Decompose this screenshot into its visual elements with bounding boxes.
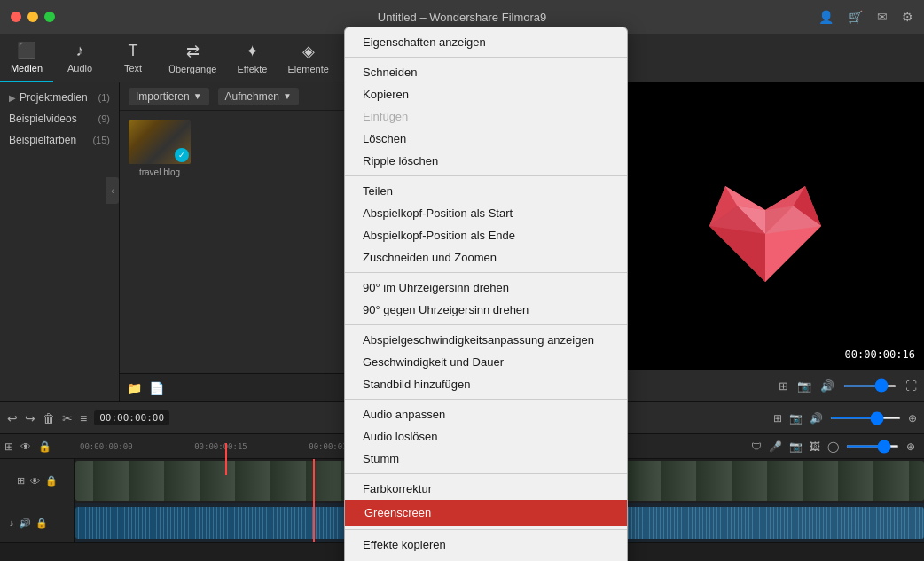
eye-icon[interactable]: 👁 <box>20 440 31 453</box>
toolbar-item-elemente[interactable]: ◈ Elemente <box>278 34 337 82</box>
elemente-icon: ◈ <box>302 42 315 61</box>
media-item-travelblog[interactable]: ✓ travel blog <box>129 120 191 177</box>
playhead-line <box>225 443 227 475</box>
sidebar-label-beispielvideos: Beispielvideos <box>9 113 77 125</box>
toolbar-label-audio: Audio <box>67 63 92 74</box>
sidebar-label-projektmedien: Projektmedien <box>20 91 88 104</box>
toolbar-item-medien[interactable]: ⬛ Medien <box>0 34 53 82</box>
track-header-icons: ⊞ 👁 🔒 <box>4 440 80 453</box>
audio-vol-icon[interactable]: 🔊 <box>19 518 31 529</box>
shield-icon[interactable]: 🛡 <box>751 440 762 453</box>
media-item-label: travel blog <box>139 168 180 177</box>
message-icon[interactable]: ✉ <box>877 10 888 24</box>
audio-note-icon[interactable]: ♪ <box>9 518 14 528</box>
ctx-sep-4 <box>345 324 627 325</box>
ctx-drehen90g[interactable]: 90° gegen Uhrzeigersinn drehen <box>345 299 627 321</box>
settings-icon[interactable]: ⚙ <box>902 10 913 24</box>
track-grid-icon[interactable]: ⊞ <box>17 475 25 487</box>
mic-icon[interactable]: 🎤 <box>769 440 782 453</box>
ctx-geschw-dauer[interactable]: Geschwindigkeit und Dauer <box>345 351 627 373</box>
ctx-greenscreen[interactable]: Greenscreen <box>345 500 627 526</box>
toolbar-label-uebergaenge: Übergänge <box>168 64 216 74</box>
close-button[interactable] <box>11 12 21 22</box>
add-folder-icon[interactable]: 📁 <box>127 381 142 395</box>
cart-icon[interactable]: 🛒 <box>848 10 863 24</box>
audio-track-playhead <box>313 503 315 542</box>
ctx-standbild[interactable]: Standbild hinzufügen <box>345 373 627 395</box>
preview-crop-icon[interactable]: ⊞ <box>779 379 788 393</box>
list-icon[interactable]: ≡ <box>80 411 87 425</box>
add-file-icon[interactable]: 📄 <box>149 381 164 395</box>
text-icon: T <box>129 42 138 60</box>
app-title: Untitled – Wondershare Filmora9 <box>378 11 547 24</box>
sidebar-item-projektmedien[interactable]: ▶ Projektmedien (1) <box>0 87 119 108</box>
ctx-teilen[interactable]: Teilen <box>345 180 627 202</box>
sidebar-item-beispielvideos[interactable]: Beispielvideos (9) <box>0 108 119 129</box>
audio2-icon[interactable]: 🔊 <box>810 412 823 425</box>
grid-icon[interactable]: ⊞ <box>4 440 13 453</box>
ctx-kopieren[interactable]: Kopieren <box>345 83 627 105</box>
volume-slider[interactable] <box>843 385 897 387</box>
maximize-button[interactable] <box>44 12 55 22</box>
preview-snapshot-icon[interactable]: 📷 <box>797 379 811 393</box>
ctx-stumm[interactable]: Stumm <box>345 448 627 470</box>
ctx-eigenschaften[interactable]: Eigenschaften anzeigen <box>345 31 627 53</box>
toolbar-label-text: Text <box>124 63 142 74</box>
preview-fullscreen-icon[interactable]: ⛶ <box>905 379 917 393</box>
ctx-audio-losl[interactable]: Audio loslösen <box>345 425 627 448</box>
snap-icon[interactable]: ⊞ <box>773 412 782 425</box>
timeline-right-controls: ⊞ 📷 🔊 ⊕ <box>773 412 917 425</box>
ctx-geschw-anz[interactable]: Abspielgeschwindigkeitsanpassung anzeige… <box>345 329 627 351</box>
ctx-abs-ende[interactable]: Abspielkopf-Position als Ende <box>345 224 627 246</box>
undo-icon[interactable]: ↩ <box>7 411 18 425</box>
record-button[interactable]: Aufnehmen ▼ <box>218 88 299 105</box>
sidebar-label-beispielfarben: Beispielfarben <box>9 134 76 146</box>
account-icon[interactable]: 👤 <box>818 10 834 24</box>
preview-heart <box>685 146 845 306</box>
ctx-abs-start[interactable]: Abspielkopf-Position als Start <box>345 202 627 224</box>
minimize-button[interactable] <box>27 12 38 22</box>
preview-timecode: 00:00:00:16 <box>845 348 915 361</box>
effekte-icon: ✦ <box>246 42 259 61</box>
toolbar-item-effekte[interactable]: ✦ Effekte <box>225 34 278 82</box>
audio-icon: ♪ <box>76 42 84 60</box>
ctx-zuschneiden[interactable]: Zuschneiden und Zoomen <box>345 246 627 269</box>
audio-lock-icon[interactable]: 🔒 <box>35 518 48 529</box>
plus-circle-icon[interactable]: ⊕ <box>906 440 915 453</box>
circle-icon[interactable]: ◯ <box>827 440 839 453</box>
toolbar-item-uebergaenge[interactable]: ⇄ Übergänge <box>160 34 225 82</box>
ctx-schneiden[interactable]: Schneiden <box>345 61 627 83</box>
ctx-farbkorr[interactable]: Farbkorrektur <box>345 478 627 500</box>
import-button[interactable]: Importieren ▼ <box>129 88 209 105</box>
ctx-drehen90[interactable]: 90° im Uhrzeigersinn drehen <box>345 277 627 299</box>
track-lock-icon[interactable]: 🔒 <box>45 475 58 487</box>
redo-icon[interactable]: ↪ <box>25 411 35 425</box>
ctx-sep-1 <box>345 57 627 58</box>
toolbar-item-audio[interactable]: ♪ Audio <box>53 34 106 82</box>
ctx-sep-7 <box>345 529 627 530</box>
timeline-ruler-right: 🛡 🎤 📷 🖼 ◯ ⊕ <box>600 440 920 453</box>
zoom-icon[interactable]: ⊕ <box>908 412 917 425</box>
track-playhead <box>313 459 315 503</box>
timeline-zoom2[interactable] <box>846 445 899 448</box>
medien-icon: ⬛ <box>17 41 36 60</box>
picture-icon[interactable]: 🖼 <box>810 440 820 453</box>
sidebar-collapse-button[interactable]: ‹ <box>106 177 119 204</box>
ctx-loeschen[interactable]: Löschen <box>345 128 627 150</box>
lock-icon[interactable]: 🔒 <box>38 440 51 453</box>
ruler-mark-1: 00:00:00:15 <box>194 442 247 451</box>
ctx-ripple[interactable]: Ripple löschen <box>345 150 627 172</box>
toolbar-label-medien: Medien <box>11 63 43 74</box>
toolbar-item-text[interactable]: T Text <box>106 34 160 82</box>
ctx-audio-anp[interactable]: Audio anpassen <box>345 403 627 425</box>
sidebar-item-beispielfarben[interactable]: Beispielfarben (15) <box>0 129 119 151</box>
track-eye-icon[interactable]: 👁 <box>30 476 40 487</box>
camera3-icon[interactable]: 📷 <box>789 440 803 453</box>
record-label: Aufnehmen <box>225 90 279 103</box>
preview-volume-icon[interactable]: 🔊 <box>820 379 834 393</box>
camera2-icon[interactable]: 📷 <box>789 412 803 425</box>
scissors-icon[interactable]: ✂ <box>62 411 73 425</box>
zoom-slider[interactable] <box>830 417 901 419</box>
delete-icon[interactable]: 🗑 <box>43 411 55 425</box>
ctx-eff-kop[interactable]: Effekte kopieren <box>345 534 627 556</box>
